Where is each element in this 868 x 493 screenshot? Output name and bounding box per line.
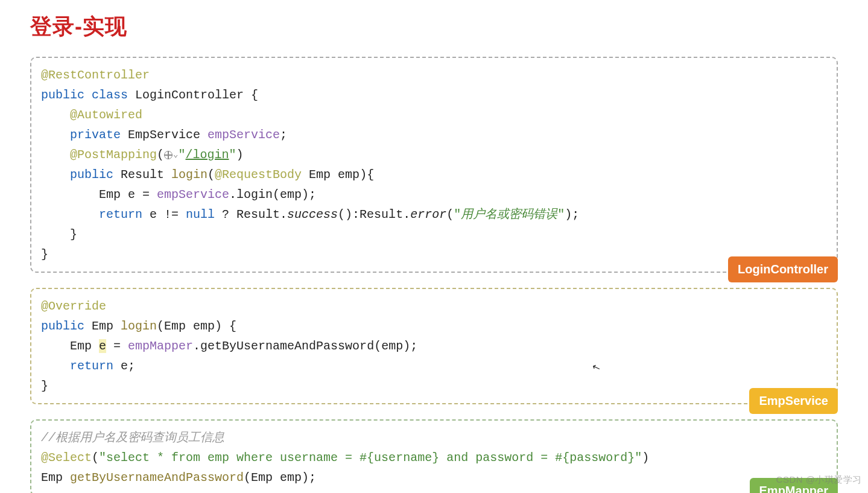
badge-logincontroller: LoginController xyxy=(728,256,838,282)
l8-end: ); xyxy=(565,208,579,221)
field-empmapper: empMapper xyxy=(128,339,193,353)
anno-autowired: @Autowired xyxy=(41,108,142,122)
anno-override: @Override xyxy=(41,299,106,313)
code-content-3: //根据用户名及密码查询员工信息 @Select("select * from … xyxy=(41,428,827,488)
comment-line: //根据用户名及密码查询员工信息 xyxy=(41,431,224,445)
anno-restcontroller: @RestController xyxy=(41,68,150,82)
l7-pre: Emp e = xyxy=(41,188,157,202)
err-msg-cn: 用户名或密码错误 xyxy=(461,208,557,221)
m-success: success xyxy=(287,208,338,221)
anno-postmapping: @PostMapping xyxy=(41,148,157,162)
kw-private: private xyxy=(41,128,128,142)
params3: (Emp emp); xyxy=(244,471,316,485)
anno-select: @Select xyxy=(41,451,92,465)
l3-pre: Emp xyxy=(41,339,99,353)
cls-logincontroller: LoginController xyxy=(135,88,244,102)
str-q2: " xyxy=(229,148,236,162)
l3-rest: .getByUsernameAndPassword(emp); xyxy=(193,339,417,353)
kw-public3: public xyxy=(41,319,92,333)
l3-eq: = xyxy=(106,339,128,353)
str-q1: " xyxy=(178,148,185,162)
close-brace-inner: } xyxy=(41,227,77,241)
sql-string: select * from emp where username = #{use… xyxy=(106,451,635,465)
l4-rest: e; xyxy=(121,359,135,373)
l8-mid: e != xyxy=(150,208,186,221)
anno-requestbody: @RequestBody xyxy=(215,168,302,182)
method-getbyup: getByUsernameAndPassword xyxy=(70,471,244,485)
badge-empmapper: EmpMapper xyxy=(750,478,838,493)
kw-return: return xyxy=(41,208,150,221)
method-login: login xyxy=(171,168,207,182)
semi: ; xyxy=(280,128,287,142)
field-empservice2: empService xyxy=(157,188,229,202)
kw-public2: public xyxy=(41,168,121,182)
kw-return2: return xyxy=(41,359,121,373)
code-block-mapper: //根据用户名及密码查询员工信息 @Select("select * from … xyxy=(30,419,838,493)
code-content-2: @Override public Emp login(Emp emp) { Em… xyxy=(41,296,827,396)
kw-public-class: public class xyxy=(41,88,135,102)
type-result: Result xyxy=(121,168,171,182)
params: Emp emp){ xyxy=(302,168,374,182)
sq2: " xyxy=(635,451,642,465)
type-emp2: Emp xyxy=(41,471,70,485)
p2: ) xyxy=(642,451,649,465)
method-login2: login xyxy=(121,319,157,333)
paren3: ( xyxy=(207,168,215,182)
field-empservice: empService xyxy=(207,128,280,142)
code-block-service: @Override public Emp login(Emp emp) { Em… xyxy=(30,288,838,404)
str-login-url: /login xyxy=(186,148,229,162)
code-content-1: @RestController public class LoginContro… xyxy=(41,65,827,264)
type-empservice: EmpService xyxy=(128,128,207,142)
code-block-controller: @RestController public class LoginContro… xyxy=(30,57,838,273)
sq1: " xyxy=(99,451,106,465)
q1: " xyxy=(454,208,461,221)
paren2: ) xyxy=(236,148,244,162)
var-e: e xyxy=(99,339,106,353)
type-emp: Emp xyxy=(92,319,121,333)
p-open: ( xyxy=(446,208,454,221)
close-brace-outer: } xyxy=(41,247,48,261)
badge-empservice: EmpService xyxy=(749,388,838,414)
brace: { xyxy=(244,88,258,102)
p1: ( xyxy=(92,451,99,465)
l7-rest: .login(emp); xyxy=(229,188,316,202)
l8-mid3: ():Result. xyxy=(338,208,410,221)
kw-null: null xyxy=(186,208,215,221)
m-error: error xyxy=(410,208,446,221)
params2: (Emp emp) { xyxy=(157,319,236,333)
globe-icon[interactable] xyxy=(164,151,173,159)
paren: ( xyxy=(157,148,164,162)
q2: " xyxy=(557,208,565,221)
close-brace2: } xyxy=(41,379,48,393)
page-title: 登录-实现 xyxy=(30,12,838,42)
l8-mid2: ? Result. xyxy=(215,208,287,221)
